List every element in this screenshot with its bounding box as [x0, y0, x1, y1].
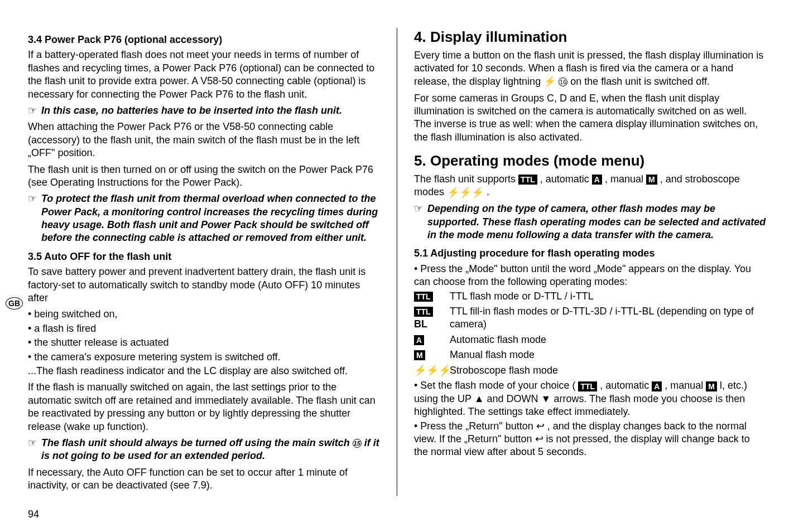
- right-column: 4. Display illumination Every time a but…: [414, 28, 766, 496]
- heading-5-1: 5.1 Adjusting procedure for flash operat…: [414, 247, 766, 260]
- note-text: In this case, no batteries have to be in…: [41, 104, 342, 117]
- m-badge: M: [706, 381, 717, 391]
- text: on the flash unit is switched off.: [567, 76, 710, 87]
- text: Set the flash mode of your choice (: [420, 380, 578, 391]
- text: , manual: [662, 380, 706, 391]
- bl-suffix: BL: [414, 318, 427, 330]
- a-badge: A: [652, 381, 662, 391]
- heading-5: 5. Operating modes (mode menu): [414, 152, 766, 171]
- mode-row: TTLBL TTL fill-in flash modes or D-TTL-3…: [414, 305, 766, 331]
- mode-row: TTL TTL flash mode or D-TTL / i-TTL: [414, 290, 766, 303]
- ttl-badge: TTL: [414, 292, 433, 302]
- mode-icon: A: [414, 333, 442, 346]
- strobo-icon: ⚡⚡⚡: [447, 186, 484, 199]
- para: ...The flash readiness indicator and the…: [28, 365, 380, 378]
- para: To save battery power and prevent inadve…: [28, 265, 380, 304]
- heading-4: 4. Display illumination: [414, 28, 766, 47]
- language-badge: GB: [6, 297, 23, 309]
- m-badge: M: [414, 350, 425, 360]
- list-item: the camera's exposure metering system is…: [28, 351, 380, 364]
- circled-number-icon: 15: [353, 439, 362, 448]
- mode-icon: TTL: [414, 290, 442, 303]
- note: ☞ To protect the flash unit from thermal…: [28, 192, 380, 245]
- para: The flash unit supports TTL , automatic …: [414, 173, 766, 199]
- strobo-icon: ⚡⚡⚡: [414, 364, 451, 377]
- para: If the flash is manually switched on aga…: [28, 381, 380, 433]
- circled-number-icon: 16: [559, 78, 567, 86]
- mode-row: A Automatic flash mode: [414, 333, 766, 346]
- note-text: Depending on the type of camera, other f…: [427, 202, 766, 241]
- para: If necessary, the Auto OFF function can …: [28, 466, 380, 492]
- bullet-list: Set the flash mode of your choice ( TTL …: [414, 379, 766, 458]
- para: Every time a button on the flash unit is…: [414, 49, 766, 89]
- ttl-badge: TTL: [414, 307, 433, 317]
- mode-desc: Manual flash mode: [450, 349, 535, 361]
- text: The flash unit supports: [414, 173, 518, 185]
- heading-3-5: 3.5 Auto OFF for the flash unit: [28, 250, 380, 263]
- mode-icon: M: [414, 349, 442, 361]
- list-item: being switched on,: [28, 308, 380, 321]
- a-badge: A: [414, 335, 424, 345]
- para: If a battery-operated flash does not mee…: [28, 49, 380, 101]
- heading-3-4: 3.4 Power Pack P76 (optional accessory): [28, 33, 380, 46]
- pointing-hand-icon: ☞: [28, 192, 37, 245]
- para: When attaching the Power Pack P76 or the…: [28, 120, 380, 159]
- mode-row: M Manual flash mode: [414, 349, 766, 361]
- text: , manual: [602, 173, 646, 185]
- m-badge: M: [646, 175, 657, 185]
- note: ☞ In this case, no batteries have to be …: [28, 104, 380, 117]
- left-column: 3.4 Power Pack P76 (optional accessory) …: [28, 28, 380, 496]
- mode-icon: TTLBL: [414, 305, 442, 331]
- ttl-badge: TTL: [518, 175, 537, 185]
- column-divider: [397, 28, 397, 496]
- para: For some cameras in Groups C, D and E, w…: [414, 92, 766, 144]
- page-number: 94: [28, 508, 39, 521]
- note-text: To protect the flash unit from thermal o…: [41, 192, 380, 245]
- text: , automatic: [537, 173, 592, 185]
- note: ☞ Depending on the type of camera, other…: [414, 202, 766, 241]
- list-item: the shutter release is actuated: [28, 336, 380, 349]
- mode-desc: Automatic flash mode: [450, 333, 546, 346]
- note-text: The flash unit should always be turned o…: [41, 437, 380, 463]
- flash-icon: ⚡: [543, 75, 556, 88]
- text: , automatic: [597, 380, 652, 391]
- mode-icon: ⚡⚡⚡: [414, 364, 442, 378]
- a-badge: A: [592, 175, 602, 185]
- bullet-list: being switched on, a flash is fired the …: [28, 308, 380, 364]
- list-item: Press the „Return" button ↩ , and the di…: [414, 420, 766, 459]
- mode-row: ⚡⚡⚡ Stroboscope flash mode: [414, 364, 766, 378]
- list-item: Set the flash mode of your choice ( TTL …: [414, 379, 766, 418]
- list-item: Press the „Mode" button until the word „…: [414, 263, 766, 289]
- list-item: a flash is fired: [28, 322, 380, 335]
- ttl-badge: TTL: [578, 381, 597, 391]
- mode-list: TTL TTL flash mode or D-TTL / i-TTL TTLB…: [414, 290, 766, 378]
- page-content: 3.4 Power Pack P76 (optional accessory) …: [0, 0, 794, 507]
- text: .: [484, 186, 489, 197]
- note: ☞ The flash unit should always be turned…: [28, 437, 380, 463]
- mode-desc: TTL fill-in flash modes or D-TTL-3D / i-…: [450, 305, 766, 331]
- pointing-hand-icon: ☞: [414, 202, 423, 241]
- mode-desc: TTL flash mode or D-TTL / i-TTL: [450, 290, 594, 303]
- bullet-list: Press the „Mode" button until the word „…: [414, 263, 766, 289]
- mode-desc: Stroboscope flash mode: [450, 364, 558, 377]
- note-text-pre: The flash unit should always be turned o…: [41, 437, 353, 448]
- para: The flash unit is then turned on or off …: [28, 163, 380, 190]
- pointing-hand-icon: ☞: [28, 437, 37, 463]
- pointing-hand-icon: ☞: [28, 104, 37, 117]
